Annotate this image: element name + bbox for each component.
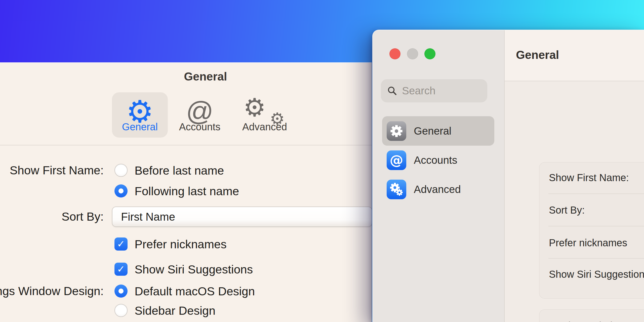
checkbox-prefer-nicknames[interactable]: ✓ Prefer nicknames (114, 236, 227, 252)
settings-sidebar: Search General @ Accounts (373, 30, 504, 322)
row-sort-by[interactable]: Sort By: (549, 203, 585, 217)
sort-by-dropdown[interactable]: First Name (112, 207, 372, 227)
radio-before-last-name[interactable]: Before last name (114, 163, 224, 178)
row-prefer-nicknames[interactable]: Prefer nicknames (549, 236, 627, 250)
radio-sidebar-design[interactable]: Sidebar Design (114, 303, 215, 318)
at-icon: @ (172, 98, 228, 125)
radio-default-macos-design[interactable]: Default macOS Design (114, 284, 255, 299)
show-first-name-label: Show First Name: (10, 163, 104, 177)
row-show-siri-suggestions[interactable]: Show Siri Suggestions (549, 267, 644, 281)
search-icon (387, 86, 397, 96)
tab-advanced-label: Advanced (236, 121, 293, 133)
minimize-button[interactable] (407, 48, 418, 59)
page-title: General (516, 48, 559, 62)
sidebar-item-advanced[interactable]: Advanced (382, 175, 494, 204)
radio-following-last-name[interactable]: Following last name (114, 183, 239, 198)
row-show-first-name[interactable]: Show First Name: (549, 171, 629, 185)
close-button[interactable] (389, 48, 400, 59)
sidebar-item-accounts[interactable]: @ Accounts (382, 145, 494, 175)
screen: General ⚙ General @ Accounts ⚙ ⚙ Advance… (0, 0, 644, 322)
row-divider (548, 258, 644, 259)
gears-icon (387, 180, 406, 199)
content-header: General (505, 30, 644, 81)
row-divider (548, 193, 644, 194)
toolbar-divider (0, 145, 372, 145)
radio-icon[interactable] (114, 164, 128, 177)
new-settings-window: Search General @ Accounts (372, 30, 644, 322)
row-settings-window-design[interactable]: Settings Window Design: (550, 319, 644, 322)
settings-content-pane: General Show First Name: Sort By: Prefer… (504, 30, 644, 322)
checkbox-checked-icon[interactable]: ✓ (114, 263, 128, 276)
settings-group-card: Show First Name: Sort By: Prefer nicknam… (539, 162, 644, 299)
search-placeholder: Search (402, 85, 435, 97)
checkbox-checked-icon[interactable]: ✓ (114, 237, 128, 251)
sort-by-label: Sort By: (62, 210, 104, 224)
radio-icon[interactable] (114, 304, 128, 317)
sort-by-value: First Name (121, 211, 175, 223)
row-divider (548, 226, 644, 226)
radio-icon-selected[interactable] (114, 285, 128, 298)
checkbox-show-siri-suggestions[interactable]: ✓ Show Siri Suggestions (114, 262, 253, 277)
at-icon: @ (387, 150, 406, 170)
settings-group-card-2: Settings Window Design: (539, 309, 644, 322)
tab-accounts-label: Accounts (172, 121, 228, 133)
gear-icon (387, 121, 406, 141)
radio-icon-selected[interactable] (114, 184, 128, 197)
window-title: General (0, 70, 372, 83)
tab-general-label: General (112, 121, 168, 133)
search-input[interactable]: Search (381, 79, 487, 102)
old-preferences-window: General ⚙ General @ Accounts ⚙ ⚙ Advance… (0, 62, 372, 322)
zoom-button[interactable] (424, 48, 435, 59)
sidebar-item-general[interactable]: General (382, 116, 494, 146)
window-design-label: Settings Window Design: (0, 284, 104, 298)
